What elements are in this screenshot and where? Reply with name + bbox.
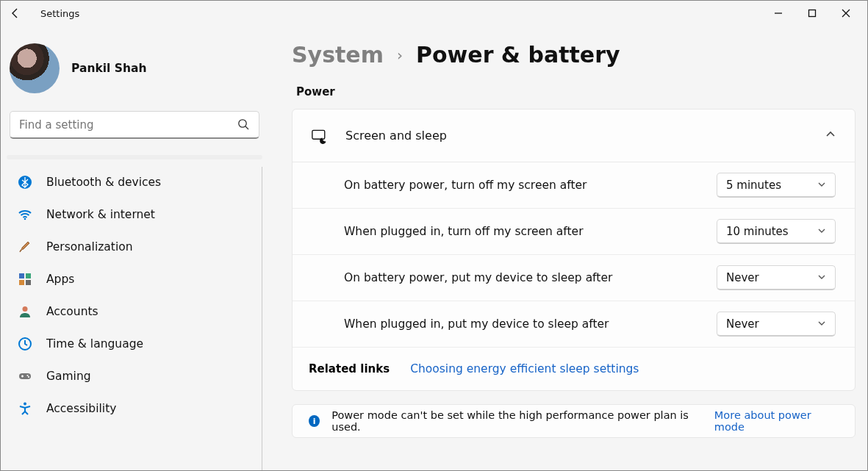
gamepad-icon — [17, 368, 33, 384]
setting-label: On battery power, turn off my screen aft… — [344, 179, 717, 192]
user-profile[interactable]: Pankil Shah — [7, 33, 262, 111]
dropdown-screen-plugged[interactable]: 10 minutes — [717, 219, 836, 244]
search-icon — [237, 118, 250, 131]
sidebar-item-network[interactable]: Network & internet — [7, 199, 260, 230]
svg-point-11 — [26, 375, 28, 376]
dropdown-value: 5 minutes — [726, 179, 781, 192]
nav-list: Bluetooth & devices Network & internet P… — [7, 167, 262, 470]
info-icon: i — [309, 415, 320, 427]
screen-sleep-card: Screen and sleep On battery power, turn … — [292, 109, 856, 391]
related-links-row: Related links Choosing energy efficient … — [293, 348, 855, 390]
sidebar-item-label: Network & internet — [46, 208, 155, 221]
breadcrumb: System › Power & battery — [292, 42, 856, 68]
sidebar-item-label: Accessibility — [46, 402, 116, 415]
sidebar-item-label: Bluetooth & devices — [46, 176, 161, 189]
svg-rect-7 — [26, 280, 31, 285]
wifi-icon — [17, 206, 33, 223]
setting-label: When plugged in, put my device to sleep … — [344, 317, 717, 331]
svg-point-8 — [23, 306, 28, 312]
section-title-power: Power — [296, 85, 856, 98]
sidebar-item-personalization[interactable]: Personalization — [7, 231, 260, 262]
accessibility-icon — [17, 400, 33, 417]
svg-rect-14 — [312, 130, 325, 139]
svg-point-12 — [28, 376, 29, 378]
sidebar-item-label: Personalization — [46, 240, 133, 254]
svg-rect-10 — [19, 373, 31, 379]
dropdown-value: Never — [726, 317, 759, 331]
main-content: System › Power & battery Power Screen an… — [265, 26, 867, 470]
search-input-wrapper[interactable] — [10, 111, 259, 139]
sidebar: Pankil Shah Bluetooth & devices Network … — [1, 26, 265, 470]
back-button[interactable] — [5, 3, 26, 24]
dropdown-sleep-battery[interactable]: Never — [717, 265, 836, 290]
clock-globe-icon — [17, 336, 33, 352]
chevron-down-icon — [817, 225, 826, 238]
sidebar-item-label: Gaming — [46, 370, 91, 383]
sidebar-item-label: Accounts — [46, 305, 98, 318]
svg-rect-5 — [26, 273, 31, 278]
link-sleep-settings[interactable]: Choosing energy efficient sleep settings — [410, 362, 639, 375]
bluetooth-icon — [17, 174, 33, 190]
dropdown-value: Never — [726, 271, 759, 284]
close-button[interactable] — [829, 1, 863, 26]
chevron-down-icon — [817, 317, 826, 331]
setting-row-screen-plugged: When plugged in, turn off my screen afte… — [293, 209, 855, 255]
link-more-power-mode[interactable]: More about power mode — [714, 409, 839, 433]
apps-icon — [17, 271, 33, 287]
chevron-right-icon: › — [397, 46, 403, 64]
screen-sleep-title: Screen and sleep — [345, 129, 447, 143]
window-controls — [761, 1, 863, 26]
sidebar-item-label: Time & language — [46, 337, 143, 350]
screen-sleep-header[interactable]: Screen and sleep — [293, 109, 855, 162]
dropdown-value: 10 minutes — [726, 225, 789, 238]
sidebar-item-gaming[interactable]: Gaming — [7, 361, 260, 392]
brush-icon — [17, 239, 33, 255]
breadcrumb-parent[interactable]: System — [292, 42, 384, 68]
close-icon — [842, 9, 850, 18]
svg-point-13 — [24, 403, 26, 406]
user-name: Pankil Shah — [71, 62, 146, 75]
related-links-label: Related links — [309, 362, 390, 375]
sidebar-item-bluetooth[interactable]: Bluetooth & devices — [7, 167, 260, 198]
settings-window: Settings Pankil Shah — [0, 0, 868, 471]
dropdown-sleep-plugged[interactable]: Never — [717, 312, 836, 337]
titlebar: Settings — [1, 1, 867, 26]
svg-rect-4 — [19, 273, 24, 278]
sidebar-item-time-language[interactable]: Time & language — [7, 328, 260, 359]
scrollbar-track[interactable] — [7, 155, 262, 159]
person-icon — [17, 303, 33, 320]
maximize-button[interactable] — [795, 1, 829, 26]
chevron-down-icon — [817, 179, 826, 192]
setting-row-screen-battery: On battery power, turn off my screen aft… — [293, 162, 855, 209]
svg-point-1 — [239, 120, 246, 127]
svg-rect-0 — [809, 10, 816, 17]
search-input[interactable] — [19, 118, 237, 132]
avatar — [10, 43, 60, 93]
arrow-left-icon — [10, 7, 21, 19]
setting-label: On battery power, put my device to sleep… — [344, 271, 717, 284]
app-title: Settings — [40, 8, 79, 19]
chevron-down-icon — [817, 271, 826, 284]
svg-rect-6 — [19, 280, 24, 285]
info-text: Power mode can't be set while the high p… — [331, 409, 703, 433]
maximize-icon — [808, 9, 817, 18]
minimize-icon — [774, 9, 783, 18]
setting-label: When plugged in, turn off my screen afte… — [344, 225, 717, 238]
sidebar-item-apps[interactable]: Apps — [7, 264, 260, 295]
dropdown-screen-battery[interactable]: 5 minutes — [717, 173, 836, 198]
chevron-up-icon — [825, 129, 836, 143]
svg-point-3 — [24, 218, 26, 220]
screen-sleep-icon — [312, 128, 328, 144]
setting-row-sleep-battery: On battery power, put my device to sleep… — [293, 255, 855, 301]
setting-row-sleep-plugged: When plugged in, put my device to sleep … — [293, 301, 855, 348]
breadcrumb-current: Power & battery — [416, 42, 620, 68]
power-mode-info: i Power mode can't be set while the high… — [292, 404, 856, 438]
sidebar-item-label: Apps — [46, 273, 74, 286]
sidebar-item-accessibility[interactable]: Accessibility — [7, 393, 260, 424]
minimize-button[interactable] — [761, 1, 795, 26]
sidebar-item-accounts[interactable]: Accounts — [7, 296, 260, 327]
